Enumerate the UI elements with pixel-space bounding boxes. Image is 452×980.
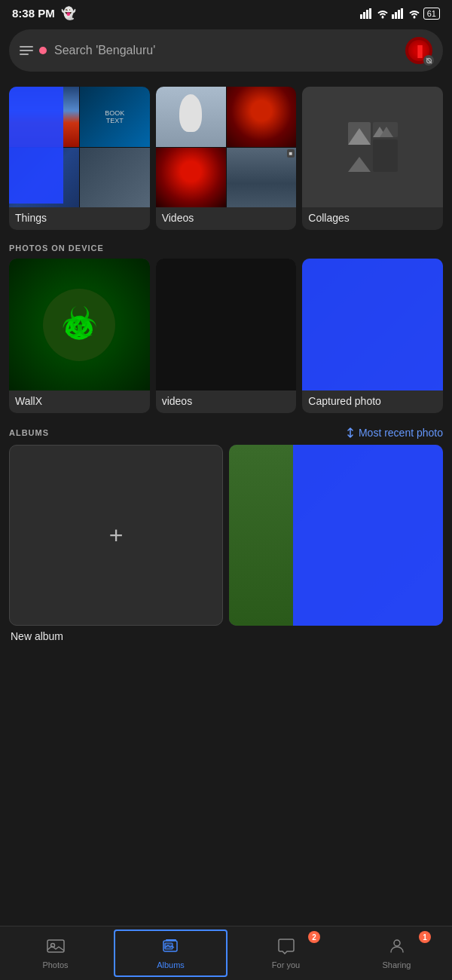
new-album-thumb: + <box>9 445 223 626</box>
svg-rect-2 <box>366 10 368 19</box>
svg-rect-3 <box>369 8 371 19</box>
menu-icon[interactable] <box>20 46 33 55</box>
search-placeholder: Search 'Bengaluru' <box>54 44 398 57</box>
videos-thumb-1 <box>156 87 226 147</box>
wallx-label: WallX <box>9 390 150 413</box>
redact-things-left <box>9 87 63 204</box>
captured-thumb <box>302 259 443 390</box>
avatar-container[interactable]: ||| <box>405 37 432 64</box>
device-grid: ☣ WallX videos Captured photo <box>0 259 452 413</box>
offline-icon <box>426 57 432 64</box>
svg-rect-0 <box>360 14 362 19</box>
status-icons: 61 <box>360 8 440 20</box>
album-2-thumb <box>229 445 443 626</box>
albums-grid: + New album <box>0 445 452 660</box>
redact-captured <box>302 259 443 390</box>
collages-label: Collages <box>302 207 443 230</box>
svg-rect-23 <box>47 940 64 952</box>
albums-sort-button[interactable]: Most recent photo <box>345 427 443 439</box>
nav-item-sharing[interactable]: 1 Sharing <box>341 926 452 980</box>
videos-folder-label: videos <box>156 390 297 413</box>
captured-label: Captured photo <box>302 390 443 413</box>
library-section: BOOKTEXT Things ■ Videos <box>0 78 452 230</box>
search-dot <box>39 47 47 54</box>
for-you-icon <box>277 938 295 957</box>
wifi-icon-2 <box>408 8 420 19</box>
sharing-icon <box>388 938 406 957</box>
sharing-badge: 1 <box>419 931 431 943</box>
plus-icon: + <box>109 522 124 550</box>
nav-albums-label: Albums <box>157 960 185 969</box>
for-you-badge: 2 <box>308 931 320 943</box>
videos-label: Videos <box>156 207 297 230</box>
albums-icon <box>162 938 180 957</box>
library-item-things[interactable]: BOOKTEXT Things <box>9 87 150 230</box>
sort-icon <box>345 427 356 438</box>
album-item-new[interactable]: + New album <box>9 445 223 645</box>
things-thumb-4 <box>80 148 150 208</box>
battery-level: 61 <box>427 9 436 18</box>
svg-rect-1 <box>363 12 365 19</box>
device-item-captured[interactable]: Captured photo <box>302 259 443 413</box>
photos-on-device-header: PHOTOS ON DEVICE <box>0 230 452 259</box>
search-bar[interactable]: Search 'Bengaluru' ||| <box>9 29 443 72</box>
signal-icon-2 <box>392 8 405 19</box>
new-album-label: New album <box>9 626 223 645</box>
svg-rect-5 <box>392 14 394 19</box>
svg-text:☣: ☣ <box>61 299 98 345</box>
album-2-label <box>229 626 443 645</box>
wifi-icon <box>377 8 389 19</box>
nav-item-for-you[interactable]: 2 For you <box>231 926 341 980</box>
status-time: 8:38 PM <box>12 7 55 20</box>
library-item-videos[interactable]: ■ Videos <box>156 87 297 230</box>
bottom-nav: Photos Albums 2 For you <box>0 926 452 980</box>
collage-preview-svg <box>347 121 399 173</box>
videos-thumb-3 <box>156 148 226 208</box>
svg-point-9 <box>413 16 415 18</box>
videos-folder-thumb <box>156 259 297 390</box>
svg-point-29 <box>394 940 400 946</box>
videos-thumb-2 <box>227 87 297 147</box>
photos-icon <box>47 938 65 957</box>
svg-rect-26 <box>166 939 176 941</box>
album-nature-peek <box>229 445 293 626</box>
albums-sort-label: Most recent photo <box>359 427 443 439</box>
svg-point-4 <box>381 16 383 18</box>
device-item-videos[interactable]: videos <box>156 259 297 413</box>
svg-rect-6 <box>395 12 397 19</box>
things-thumb-2: BOOKTEXT <box>80 87 150 147</box>
biohazard-svg: ☣ <box>41 287 117 363</box>
battery-icon: 61 <box>423 8 440 20</box>
library-item-collages[interactable]: Collages <box>302 87 443 230</box>
nav-item-photos[interactable]: Photos <box>0 926 111 980</box>
svg-rect-8 <box>401 8 403 19</box>
albums-section-header: ALBUMS Most recent photo <box>0 413 452 445</box>
snapchat-icon: 👻 <box>61 6 76 20</box>
status-bar: 8:38 PM 👻 <box>0 0 452 23</box>
wallx-thumb: ☣ <box>9 259 150 390</box>
things-label: Things <box>9 207 150 230</box>
device-item-wallx[interactable]: ☣ WallX <box>9 259 150 413</box>
collage-thumb <box>302 87 443 207</box>
svg-rect-17 <box>373 139 398 172</box>
albums-title: ALBUMS <box>9 428 49 437</box>
svg-rect-7 <box>398 10 400 19</box>
nav-item-albums[interactable]: Albums <box>114 929 228 977</box>
videos-thumb-4: ■ <box>227 148 297 208</box>
nav-for-you-label: For you <box>272 960 300 969</box>
nav-photos-label: Photos <box>42 960 68 969</box>
nav-sharing-label: Sharing <box>383 960 411 969</box>
album-item-2[interactable] <box>229 445 443 645</box>
signal-icon <box>360 8 374 19</box>
redact-album-2 <box>293 445 443 626</box>
